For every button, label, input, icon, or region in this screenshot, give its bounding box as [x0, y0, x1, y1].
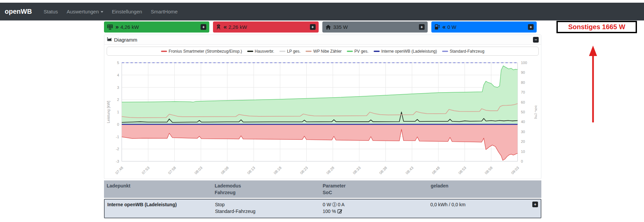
chargepoint-expand-button[interactable]: +: [528, 24, 534, 30]
legend-swatch-icon: [279, 51, 285, 52]
svg-text:80: 80: [521, 80, 525, 85]
diagram-collapse-button[interactable]: −: [533, 37, 539, 43]
chargepoint-row-expand-button[interactable]: +: [532, 202, 538, 207]
header-lademodus-fahrzeug: LademodusFahrzeug: [215, 182, 323, 196]
svg-text:08:38: 08:38: [378, 166, 388, 175]
chargepoint-mode-vehicle: Stop Standard-Fahrzeug: [215, 201, 323, 216]
svg-text:0: 0: [521, 159, 523, 163]
svg-text:08:28: 08:28: [326, 166, 335, 175]
power-soc-chart: 07:4807:5307:5808:0308:0808:1308:1808:23…: [105, 57, 537, 179]
legend-item[interactable]: Interne openWB (Ladeleistung): [374, 49, 437, 54]
svg-text:0: 0: [117, 122, 119, 126]
chargepoint-row: Interne openWB (Ladeleistung) Stop Stand…: [104, 199, 541, 218]
charge-power-value: 0 W: [447, 24, 457, 30]
legend-item[interactable]: Fronius Smartmeter (Strombezug/Einsp.): [161, 49, 242, 54]
area-chart-icon: [107, 37, 112, 43]
svg-text:40: 40: [521, 120, 525, 124]
house-consumption-value: 335 W: [333, 24, 348, 30]
brand-openwb[interactable]: openWB: [5, 8, 32, 15]
header-ladepunkt: Ladepunkt: [107, 182, 215, 196]
power-tower-icon: [216, 24, 221, 30]
legend-swatch-icon: [442, 51, 448, 52]
svg-text:100: 100: [521, 61, 527, 65]
chart-legend: Fronius Smartmeter (Strombezug/Einsp.)Ha…: [107, 47, 539, 56]
svg-text:2: 2: [117, 98, 119, 102]
legend-item[interactable]: Hausverbr.: [247, 49, 274, 54]
grid-power-badge: « 2,26 kW +: [213, 21, 318, 33]
svg-text:1: 1: [117, 110, 119, 114]
soc-line: 100 %: [323, 208, 430, 215]
charge-mode: Stop: [215, 201, 323, 208]
svg-text:3: 3: [117, 86, 119, 90]
svg-text:30: 30: [521, 130, 525, 134]
legend-item[interactable]: PV ges.: [347, 49, 369, 54]
legend-item[interactable]: WP Nibe Zähler: [306, 49, 341, 54]
svg-text:08:58: 08:58: [484, 166, 493, 175]
svg-text:08:13: 08:13: [247, 166, 256, 175]
nav-item-smarthome[interactable]: SmartHome: [151, 9, 178, 14]
chargepoint-table-header: Ladepunkt LademodusFahrzeug ParameterSoC…: [104, 180, 541, 198]
openwb-status-page: openWB Status Auswertungen Einstellungen…: [0, 0, 644, 222]
grid-power-value: 2,26 kW: [228, 24, 247, 30]
flow-right-icon: »: [115, 23, 118, 31]
phases-icon: 3: [332, 202, 337, 207]
caret-down-icon: [101, 11, 103, 13]
solar-panel-icon: [107, 24, 113, 30]
chargepoint-parameter-soc: 0 W30 A 100 %: [323, 201, 430, 216]
svg-text:50: 50: [521, 110, 525, 114]
nav-item-auswertungen[interactable]: Auswertungen: [67, 9, 103, 14]
power-badge-row: » 4,26 kW + « 2,26 kW + 335 W + « 0 W +: [104, 21, 537, 33]
svg-text:-3: -3: [116, 159, 119, 163]
house-expand-button[interactable]: +: [419, 24, 425, 30]
sonstiges-label: Sonstiges 1665 W: [568, 23, 625, 31]
svg-text:08:08: 08:08: [220, 166, 229, 175]
parameter-line: 0 W30 A: [323, 201, 430, 208]
top-navbar: openWB Status Auswertungen Einstellungen…: [0, 3, 644, 20]
legend-swatch-icon: [247, 51, 253, 52]
nav-item-einstellungen[interactable]: Einstellungen: [112, 9, 142, 14]
svg-text:Leistung [kW]: Leistung [kW]: [106, 101, 110, 123]
header-parameter-soc: ParameterSoC: [323, 182, 431, 196]
house-consumption-badge: 335 W +: [322, 21, 428, 33]
header-geladen: geladen: [431, 182, 539, 196]
legend-item[interactable]: Standard-Fahrzeug: [442, 49, 484, 54]
pv-power-badge: » 4,26 kW +: [104, 21, 209, 33]
chargepoint-charged: 0,0 kWh / 0,0 km +: [430, 201, 538, 216]
legend-swatch-icon: [306, 51, 312, 52]
svg-text:08:03: 08:03: [194, 166, 203, 175]
legend-item[interactable]: LP ges.: [279, 49, 301, 54]
svg-text:-2: -2: [116, 147, 119, 151]
svg-text:08:23: 08:23: [299, 166, 309, 175]
grid-expand-button[interactable]: +: [310, 24, 316, 30]
legend-swatch-icon: [161, 51, 167, 52]
edit-soc-icon[interactable]: [337, 209, 342, 215]
svg-text:07:58: 07:58: [167, 166, 177, 175]
svg-text:90: 90: [521, 70, 525, 74]
pv-expand-button[interactable]: +: [201, 24, 206, 30]
vehicle-name: Standard-Fahrzeug: [215, 208, 323, 215]
red-up-arrow: [585, 45, 601, 124]
legend-swatch-icon: [347, 51, 353, 52]
svg-text:08:48: 08:48: [431, 166, 440, 175]
ev-charger-icon: [434, 24, 440, 30]
svg-text:07:48: 07:48: [114, 166, 124, 175]
svg-text:08:18: 08:18: [273, 166, 282, 175]
svg-text:08:53: 08:53: [458, 166, 467, 175]
svg-text:-1: -1: [116, 135, 119, 139]
svg-text:70: 70: [521, 90, 525, 94]
charged-value: 0,0 kWh / 0,0 km: [430, 202, 466, 207]
svg-text:08:33: 08:33: [352, 166, 361, 175]
flow-left-icon: «: [223, 23, 226, 31]
svg-text:60: 60: [521, 100, 525, 104]
nav-item-status[interactable]: Status: [44, 9, 58, 14]
house-icon: [325, 24, 331, 30]
svg-text:10: 10: [521, 150, 525, 154]
legend-swatch-icon: [374, 51, 380, 52]
flow-left-icon: «: [442, 23, 445, 31]
pv-power-value: 4,26 kW: [120, 24, 139, 30]
svg-text:09:03: 09:03: [510, 166, 520, 175]
diagram-title: Diagramm: [114, 37, 137, 43]
diagram-card-header: Diagramm −: [104, 35, 541, 45]
charge-power-badge: « 0 W +: [431, 21, 537, 33]
svg-text:5: 5: [117, 61, 119, 65]
